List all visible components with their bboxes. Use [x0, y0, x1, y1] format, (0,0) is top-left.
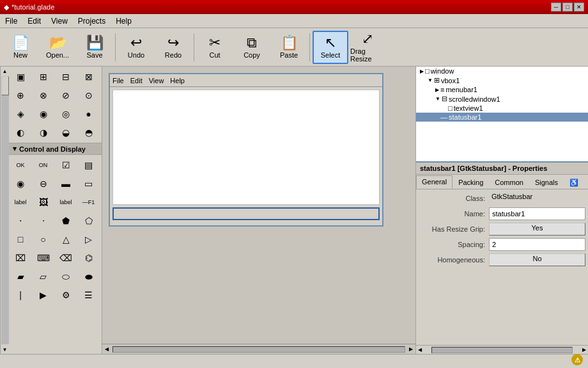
tab-packing[interactable]: Packing — [453, 176, 489, 189]
palette-item[interactable]: ⚙ — [56, 286, 76, 304]
tree-item-statusbar1[interactable]: ▶ — statusbar1 — [416, 113, 588, 122]
section-toggle[interactable]: ▾ — [13, 145, 17, 153]
drag-resize-button[interactable]: ⤢ Drag Resize — [350, 31, 385, 64]
palette-item[interactable]: ⊞ — [33, 68, 54, 86]
tab-signals[interactable]: Signals — [529, 176, 564, 189]
canvas-scroll-right[interactable]: ▶ — [406, 345, 415, 354]
palette-item[interactable]: ⊠ — [79, 68, 99, 86]
right-scroll-track[interactable] — [431, 347, 573, 353]
canvas-menu-view[interactable]: View — [149, 77, 164, 84]
menu-help[interactable]: Help — [111, 15, 137, 27]
palette-item[interactable]: OK — [10, 156, 31, 174]
minimize-button[interactable]: ─ — [551, 3, 561, 12]
menu-file[interactable]: File — [0, 15, 22, 27]
palette-item[interactable]: ⌧ — [10, 249, 31, 267]
prop-input-spacing[interactable] — [489, 238, 585, 251]
palette-item[interactable]: ◉ — [10, 175, 31, 193]
scroll-up-arrow[interactable]: ▲ — [1, 67, 10, 76]
palette-item[interactable]: ◎ — [56, 105, 76, 123]
tree-arrow-menubar1[interactable]: ▶ — [435, 87, 439, 93]
canvas-menu-help[interactable]: Help — [170, 77, 185, 84]
palette-item[interactable]: | — [10, 286, 31, 304]
menu-projects[interactable]: Projects — [73, 15, 111, 27]
tab-common[interactable]: Common — [489, 176, 529, 189]
cut-button[interactable]: ✂ Cut — [197, 31, 233, 64]
canvas-menu-file[interactable]: File — [112, 77, 124, 84]
palette-item[interactable]: ▷ — [79, 230, 99, 248]
tree-arrow-vbox1[interactable]: ▼ — [428, 77, 433, 83]
canvas-scroll[interactable]: File Edit View Help — [102, 67, 415, 344]
palette-item[interactable]: ▶ — [33, 286, 54, 304]
palette-item[interactable]: ⊗ — [33, 86, 54, 104]
palette-item[interactable]: ▬ — [56, 175, 76, 193]
palette-item[interactable]: ☰ — [79, 286, 99, 304]
palette-item[interactable]: ⬬ — [79, 268, 99, 285]
scroll-down-arrow[interactable]: ▼ — [1, 345, 10, 354]
palette-item[interactable]: ⬟ — [56, 212, 76, 230]
palette-item[interactable]: △ — [56, 230, 76, 248]
palette-item[interactable]: ▣ — [10, 68, 31, 86]
scroll-thumb[interactable] — [1, 76, 9, 95]
palette-item[interactable]: ○ — [33, 230, 54, 248]
palette-item[interactable]: ⊙ — [79, 86, 99, 104]
palette-item[interactable]: ◒ — [56, 124, 76, 141]
palette-item[interactable]: ⬞ — [33, 212, 54, 230]
paste-button[interactable]: 📋 Paste — [271, 31, 307, 64]
palette-item[interactable]: —F1 — [79, 193, 99, 211]
undo-button[interactable]: ↩ Undo — [118, 31, 154, 64]
canvas-hscrollbar[interactable] — [112, 346, 405, 353]
palette-item[interactable]: ON — [33, 156, 54, 174]
canvas-content-area[interactable] — [112, 90, 380, 205]
palette-item[interactable]: ◑ — [33, 124, 54, 141]
tree-arrow-scrolledwindow1[interactable]: ▼ — [435, 96, 440, 102]
tab-general[interactable]: General — [416, 175, 453, 189]
palette-item[interactable]: ⬝ — [10, 212, 31, 230]
palette-item[interactable]: label — [10, 193, 31, 211]
palette-item[interactable]: ⊘ — [56, 86, 76, 104]
palette-item[interactable]: ◐ — [10, 124, 31, 141]
palette-item[interactable]: ▤ — [79, 156, 99, 174]
redo-button[interactable]: ↪ Redo — [155, 31, 191, 64]
palette-scrollbar[interactable]: ▲ ▼ — [0, 67, 9, 354]
tree-item-window[interactable]: ▶ □ window — [416, 67, 588, 76]
tree-item-scrolledwindow1[interactable]: ▼ ⊟ scrolledwindow1 — [416, 94, 588, 104]
canvas-scroll-left[interactable]: ◀ — [102, 345, 111, 354]
tab-accessibility[interactable]: ♿ — [564, 176, 584, 189]
save-button[interactable]: 💾 Save — [77, 31, 112, 64]
maximize-button[interactable]: □ — [562, 3, 573, 12]
new-button[interactable]: 📄 New — [3, 31, 38, 64]
palette-item[interactable]: ⊖ — [33, 175, 54, 193]
palette-item[interactable]: ▭ — [79, 175, 99, 193]
close-button[interactable]: ✕ — [574, 3, 584, 12]
tree-item-vbox1[interactable]: ▼ ⊞ vbox1 — [416, 76, 588, 85]
palette-item[interactable]: ⬭ — [56, 268, 76, 285]
palette-item[interactable]: ▱ — [33, 268, 54, 285]
palette-item[interactable]: ● — [79, 105, 99, 123]
palette-item[interactable]: ⌨ — [33, 249, 54, 267]
prop-btn-homogeneous[interactable]: No — [489, 253, 585, 266]
canvas-menu-edit[interactable]: Edit — [130, 77, 143, 84]
right-scroll-right[interactable]: ▶ — [580, 346, 588, 354]
prop-btn-resize-grip[interactable]: Yes — [489, 223, 585, 236]
tree-arrow-window[interactable]: ▶ — [420, 68, 424, 74]
palette-item[interactable]: ▰ — [10, 268, 31, 285]
prop-input-name[interactable] — [489, 207, 585, 220]
select-button[interactable]: ↖ Select — [313, 31, 348, 64]
right-scroll-left[interactable]: ◀ — [416, 346, 424, 354]
palette-item[interactable]: ⊕ — [10, 86, 31, 104]
palette-item[interactable]: □ — [10, 230, 31, 248]
copy-button[interactable]: ⧉ Copy — [234, 31, 270, 64]
palette-item[interactable]: ⌬ — [79, 249, 99, 267]
palette-item[interactable]: ◈ — [10, 105, 31, 123]
palette-item[interactable]: ◉ — [33, 105, 54, 123]
palette-item[interactable]: ⬠ — [79, 212, 99, 230]
open-button[interactable]: 📂 Open... — [40, 31, 75, 64]
palette-item[interactable]: ⊟ — [56, 68, 76, 86]
palette-item[interactable]: ⌫ — [56, 249, 76, 267]
palette-item[interactable]: ☑ — [56, 156, 76, 174]
tree-item-menubar1[interactable]: ▶ ≡ menubar1 — [416, 85, 588, 94]
tree-item-textview1[interactable]: ▶ □ textview1 — [416, 104, 588, 113]
palette-item[interactable]: ◓ — [79, 124, 99, 141]
canvas-statusbar[interactable] — [112, 207, 380, 220]
menu-view[interactable]: View — [46, 15, 73, 27]
